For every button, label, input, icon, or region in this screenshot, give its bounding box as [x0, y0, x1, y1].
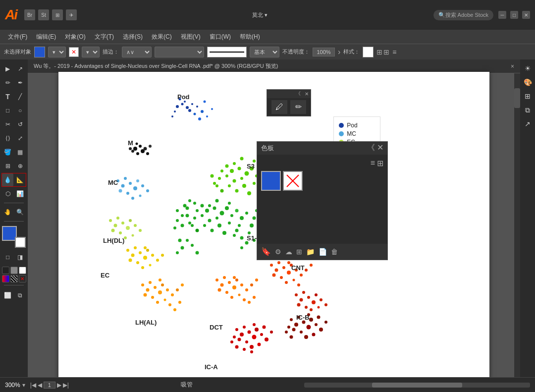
none-swatch[interactable]: ✕ [19, 275, 26, 282]
prev-prev-btn[interactable]: |◀ [30, 382, 36, 389]
bridge-icon[interactable]: Br [24, 9, 35, 20]
ellipse-tool[interactable]: ○ [14, 104, 26, 117]
menu-icon[interactable]: ≡ [371, 159, 375, 168]
stroke-select[interactable]: ▾ [82, 47, 100, 57]
background-color[interactable] [15, 237, 26, 248]
cloud-icon[interactable]: ☁ [285, 248, 292, 256]
symbol-tool[interactable]: ⬡ [2, 187, 13, 200]
prev-btn[interactable]: ◀ [38, 382, 42, 389]
svg-point-274 [324, 321, 327, 324]
eyedropper-float-btn[interactable]: 🖊 [271, 100, 287, 114]
opacity-input[interactable] [313, 48, 335, 56]
eyedropper-tool[interactable]: 💧 [2, 173, 13, 186]
scale-tool[interactable]: ⤢ [14, 132, 26, 145]
rotate-tool[interactable]: ↺ [14, 118, 26, 131]
settings-icon[interactable]: ⚙ [275, 248, 281, 256]
layers-btn[interactable]: ⊞ [522, 90, 534, 102]
delete-icon[interactable]: 🗑 [331, 248, 338, 256]
next-next-btn[interactable]: ▶| [63, 382, 69, 389]
menu-window[interactable]: 窗口(W) [206, 31, 235, 43]
chart-tool[interactable]: 📊 [14, 187, 26, 200]
warp-tool[interactable]: ⟨⟩ [2, 132, 13, 145]
pattern-swatch[interactable] [10, 275, 18, 282]
menu-file[interactable]: 文件(F) [4, 31, 31, 43]
grid-icon[interactable]: ⊞ [377, 159, 383, 168]
menu-select[interactable]: 选择(S) [119, 31, 147, 43]
svg-point-62 [161, 254, 164, 257]
normal-mode[interactable]: □ [2, 251, 13, 264]
black-swatch[interactable] [2, 267, 9, 274]
menu-text[interactable]: 文字(T) [91, 31, 118, 43]
line-tool[interactable]: ╱ [14, 90, 26, 103]
stroke-width[interactable]: ∧∨ [122, 47, 152, 57]
share-icon[interactable]: ✈ [66, 9, 77, 20]
menu-effect[interactable]: 效果(C) [148, 31, 176, 43]
pen-tool[interactable]: ✏ [2, 76, 13, 89]
slice-tool[interactable]: ⧉ [14, 289, 26, 302]
new-icon[interactable]: 📄 [319, 248, 327, 256]
fill-select[interactable]: ▾ [48, 47, 66, 57]
close-panel-icon[interactable]: ✕ [377, 143, 383, 153]
menu-help[interactable]: 帮助(H) [236, 31, 264, 43]
menu-edit[interactable]: 编辑(E) [32, 31, 60, 43]
mesh-tool[interactable]: ⊞ [2, 160, 13, 172]
base-select[interactable]: 基本 [250, 47, 279, 57]
svg-point-122 [225, 206, 229, 210]
pencil-float-btn[interactable]: ✏ [290, 100, 306, 114]
zoom-tool[interactable]: 🔍 [14, 206, 26, 219]
svg-point-26 [121, 184, 125, 187]
artboard-tool[interactable]: ⬜ [2, 289, 13, 302]
collapse-panel-icon[interactable]: 《 [367, 143, 375, 153]
type-tool[interactable]: T [2, 90, 13, 103]
workspace-icon[interactable]: ⊞ [52, 9, 63, 20]
rect-tool[interactable]: □ [2, 104, 13, 117]
menu-view[interactable]: 视图(V) [177, 31, 205, 43]
search-area[interactable]: 🔍 搜索 Adobe Stock [433, 10, 493, 20]
gradient-tool[interactable]: ▦ [14, 146, 26, 159]
libraries-btn[interactable]: 🎨 [522, 76, 534, 88]
zoom-dropdown[interactable]: ▾ [22, 382, 25, 389]
stock-icon[interactable]: St [38, 9, 49, 20]
minimize-button[interactable]: ─ [498, 11, 506, 19]
h-scroll-thumb[interactable] [372, 383, 462, 388]
menu-object[interactable]: 对象(O) [61, 31, 89, 43]
next-btn[interactable]: ▶ [57, 382, 61, 389]
vertical-scrollbar[interactable] [514, 73, 520, 377]
folder-icon[interactable]: 📁 [306, 248, 315, 256]
maximize-button[interactable]: □ [510, 11, 518, 19]
properties-btn[interactable]: ☀ [522, 62, 534, 74]
gradient-swatch[interactable] [2, 275, 9, 282]
svg-point-52 [143, 256, 147, 260]
symbols-btn[interactable]: ⧉ [522, 104, 534, 116]
stroke-style[interactable] [155, 47, 204, 57]
white-swatch[interactable] [19, 267, 26, 274]
scrollbar-thumb[interactable] [514, 88, 520, 108]
paintbucket-tool[interactable]: 🪣 [2, 146, 13, 159]
svg-point-166 [183, 204, 187, 207]
collapse-icon[interactable]: 《 [296, 90, 301, 97]
grid2-icon[interactable]: ⊞ [296, 248, 302, 256]
close-button[interactable]: ✕ [522, 11, 530, 19]
select-tool[interactable]: ▶ [2, 62, 13, 75]
direct-select-tool[interactable]: ↗ [14, 62, 26, 75]
fill-color[interactable] [34, 47, 45, 57]
more-icon[interactable]: ≡ [392, 48, 396, 56]
quick-mask[interactable]: ◨ [14, 251, 26, 264]
white-cross-swatch[interactable] [283, 171, 303, 191]
scissors-tool[interactable]: ✂ [2, 118, 13, 131]
artboards-btn[interactable]: ↗ [522, 118, 534, 130]
svg-text:LH(AL): LH(AL) [135, 319, 157, 326]
page-input[interactable] [44, 382, 55, 389]
close-icon[interactable]: ✕ [305, 91, 309, 97]
horizontal-scrollbar[interactable] [304, 383, 530, 388]
blend-tool[interactable]: ⊕ [14, 160, 26, 172]
tab-close-button[interactable]: × [511, 63, 514, 70]
library-icon[interactable]: 🔖 [261, 247, 271, 256]
svg-point-39 [121, 222, 124, 224]
measure-tool[interactable]: 📐 [14, 173, 26, 186]
blue-swatch[interactable] [261, 171, 281, 191]
hand-tool[interactable]: 🤚 [2, 206, 13, 219]
gray-swatch[interactable] [10, 267, 18, 274]
pencil-tool[interactable]: ✒ [14, 76, 26, 89]
svg-point-50 [131, 253, 135, 257]
